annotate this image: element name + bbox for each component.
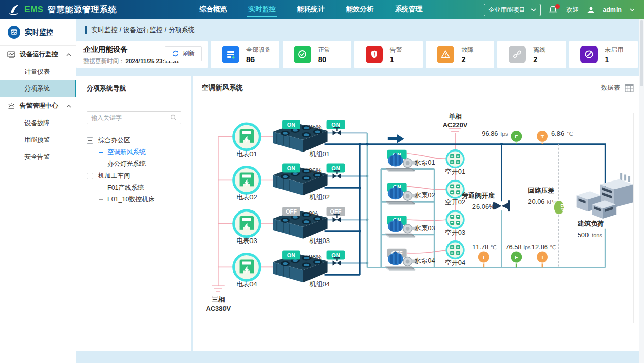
svg-text:建筑负荷: 建筑负荷 xyxy=(577,220,604,227)
data-table-button[interactable]: 数据表 xyxy=(601,84,634,93)
svg-text:水泵01: 水泵01 xyxy=(415,159,435,166)
unit-load: 85% xyxy=(309,123,322,131)
svg-text:水泵02: 水泵02 xyxy=(415,191,435,199)
return-temp-in-sensor[interactable]: T 11.78℃ xyxy=(472,243,497,268)
svg-text:旁通阀开度: 旁通阀开度 xyxy=(462,192,495,199)
svg-text:T: T xyxy=(541,134,544,139)
subsystem-nav-panel: 分项系统导航 综合办公区 空调新风系统 xyxy=(76,76,191,351)
chevron-up-icon xyxy=(66,53,71,56)
update-time-label: 数据更新时间： xyxy=(83,58,125,64)
notification-badge xyxy=(555,4,560,9)
search-icon xyxy=(170,114,177,121)
meter-03[interactable]: 电表03 xyxy=(234,210,260,245)
return-temp-out-sensor[interactable]: T 12.86℃ xyxy=(531,243,556,268)
left-sidebar: 实时监控 设备运行监控 计量仪表 分项系统 告警管理中心 设备故障 用能预警 安… xyxy=(0,19,76,363)
nav-item-system[interactable]: 系统管理 xyxy=(394,3,424,17)
breaker-01[interactable]: 空开01 xyxy=(445,150,465,176)
loop-dp-sensor[interactable]: 回路压差 20.06kPa DP xyxy=(528,187,565,215)
subsystem-tree: 综合办公区 空调新风系统 办公灯光系统 机加工车间 F01产线系统 xyxy=(87,134,191,205)
breaker-03[interactable]: 空开03 xyxy=(445,211,465,236)
sidebar-item-energy-warning[interactable]: 用能预警 xyxy=(0,132,76,148)
tree-item-label: 空调新风系统 xyxy=(107,148,146,157)
search-input[interactable] xyxy=(91,114,170,122)
nav-item-realtime[interactable]: 实时监控 xyxy=(247,3,277,17)
svg-text:回路压差: 回路压差 xyxy=(528,187,554,194)
meter-01[interactable]: 电表01 xyxy=(234,124,260,158)
tree-item-f01-cnc[interactable]: F01_10数控机床 xyxy=(87,194,191,205)
svg-text:机组04: 机组04 xyxy=(309,280,330,288)
sidebar-section-alarm-center[interactable]: 告警管理中心 xyxy=(0,97,76,115)
svg-text:AC220V: AC220V xyxy=(443,121,468,129)
collapse-icon[interactable] xyxy=(87,173,93,179)
sidebar-title: 实时监控 xyxy=(25,28,53,37)
svg-text:76.58lps: 76.58lps xyxy=(505,243,531,251)
stat-label: 离线 xyxy=(533,46,545,54)
meter-02[interactable]: 电表02 xyxy=(234,167,260,201)
stat-card-disabled: 未启用 1 xyxy=(569,41,638,68)
stat-value: 2 xyxy=(461,55,473,64)
tree-item-f01-line[interactable]: F01产线系统 xyxy=(87,182,191,194)
page-scrollbar[interactable] xyxy=(639,19,644,363)
broken-link-icon xyxy=(509,46,526,63)
sidebar-item-subsystems[interactable]: 分项系统 xyxy=(0,80,76,97)
user-menu-chevron-icon[interactable] xyxy=(630,8,635,11)
search-box xyxy=(87,111,181,124)
refresh-label: 刷新 xyxy=(183,49,195,58)
project-select[interactable]: 企业用能项目 xyxy=(484,4,541,16)
svg-text:空开01: 空开01 xyxy=(445,168,465,175)
tree-item-hvac-fresh-air[interactable]: 空调新风系统 xyxy=(87,146,191,158)
sidebar-item-meters[interactable]: 计量仪表 xyxy=(0,64,76,80)
collapse-icon[interactable] xyxy=(87,137,93,144)
svg-text:6.86℃: 6.86℃ xyxy=(551,130,573,137)
sidebar-item-device-fault[interactable]: 设备故障 xyxy=(0,115,76,132)
chiller-unit-04[interactable]: 机组04 ON 86% ON xyxy=(273,251,345,288)
refresh-icon xyxy=(172,50,179,57)
svg-text:20.06kPa: 20.06kPa xyxy=(528,198,557,205)
dash-icon xyxy=(99,188,103,189)
chiller-unit-03[interactable]: 机组03 OFF 0% OFF xyxy=(273,207,345,245)
three-phase-label: 三相 AC380V xyxy=(206,296,231,312)
chiller-unit-02[interactable]: 机组02 ON 86% ON xyxy=(273,164,345,201)
svg-text:11.78℃: 11.78℃ xyxy=(472,243,497,251)
nav-item-overview[interactable]: 综合概览 xyxy=(199,3,228,17)
return-flow-sensor[interactable]: F 76.58lps xyxy=(505,243,531,268)
supply-flow-sensor[interactable]: F 96.86lps xyxy=(482,130,522,144)
tree-item-office-lighting[interactable]: 办公灯光系统 xyxy=(87,158,191,170)
meter-04[interactable]: 电表04 xyxy=(234,254,260,288)
stat-card-alarm: 告警 1 xyxy=(354,41,423,68)
unit-status-badge: ON xyxy=(282,251,300,260)
svg-text:12.86℃: 12.86℃ xyxy=(531,243,556,251)
project-select-value: 企业用能项目 xyxy=(488,6,525,14)
svg-text:机组02: 机组02 xyxy=(309,193,330,201)
alarm-siren-icon xyxy=(7,102,15,110)
main-nav: 综合概览 实时监控 能耗统计 能效分析 系统管理 xyxy=(199,3,424,17)
tree-node-machining-shop[interactable]: 机加工车间 xyxy=(87,170,191,182)
sidebar-section-device-monitor[interactable]: 设备运行监控 xyxy=(0,46,76,64)
tree-node-office-area[interactable]: 综合办公区 xyxy=(87,134,191,146)
main-content: 实时监控 / 设备运行监控 / 分项系统 企业用能设备 数据更新时间：2024/… xyxy=(76,19,638,363)
chiller-unit-01[interactable]: 机组01 ON 85% ON xyxy=(273,120,345,158)
nav-item-energy-stats[interactable]: 能耗统计 xyxy=(296,3,326,17)
notification-bell-icon[interactable] xyxy=(549,5,558,14)
dash-icon xyxy=(99,199,103,200)
username[interactable]: admin xyxy=(603,6,622,13)
tree-item-label: 办公灯光系统 xyxy=(107,160,146,168)
stat-value: 1 xyxy=(605,55,623,64)
bypass-valve[interactable]: 旁通阀开度 26.06% xyxy=(462,192,510,211)
stat-card-all-devices: 全部设备 86 xyxy=(211,41,279,68)
building-load-label: 建筑负荷 500tons xyxy=(577,220,604,239)
stat-label: 正常 xyxy=(318,46,330,54)
svg-text:ON: ON xyxy=(287,252,295,258)
tree-node-label: 综合办公区 xyxy=(98,136,130,145)
sidebar-item-safety-alarm[interactable]: 安全告警 xyxy=(0,148,76,165)
svg-text:ON: ON xyxy=(287,122,295,128)
supply-temp-sensor[interactable]: T 6.86℃ xyxy=(536,130,573,144)
stat-label: 故障 xyxy=(461,46,473,54)
nav-item-efficiency[interactable]: 能效分析 xyxy=(345,3,375,17)
refresh-button[interactable]: 刷新 xyxy=(165,46,202,61)
scrollbar-thumb[interactable] xyxy=(640,20,643,86)
breaker-04[interactable]: 空开04 xyxy=(445,241,465,267)
stat-value: 86 xyxy=(246,55,271,64)
svg-text:机组03: 机组03 xyxy=(309,237,330,245)
system-diagram: 电表01 电表02 电表03 电表04 机组01 ON 85% ON 机组02 … xyxy=(202,113,634,323)
